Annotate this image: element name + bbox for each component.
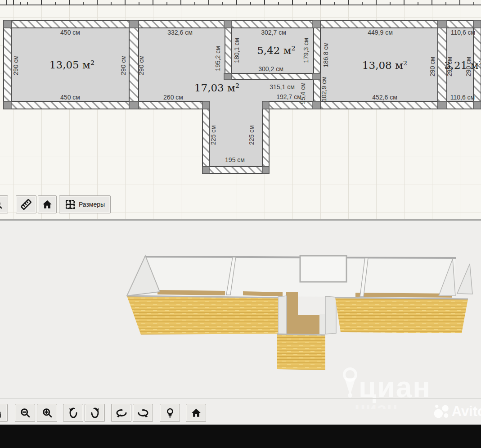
dim-label: 180,1 см	[233, 38, 240, 63]
orbit-right-button[interactable]	[133, 404, 153, 422]
dim-label: 300,2 см	[258, 65, 283, 72]
dim-label: 290 см	[429, 57, 436, 77]
dim-label: 110,6 см	[450, 94, 475, 101]
dim-label: 225 см	[248, 125, 255, 145]
dim-label: 290 см	[446, 57, 453, 77]
lightbulb-icon	[165, 407, 175, 418]
dim-label: 225 см	[210, 125, 217, 145]
dim-label: 315,1 см	[270, 83, 295, 91]
2d-plan-canvas[interactable]: 450 см 450 см 290 см 290 см 13,05 м² 332…	[0, 0, 481, 221]
home-view-3d-button[interactable]	[186, 404, 206, 422]
letterbox-bar	[0, 425, 481, 448]
dim-label: 452,6 см	[372, 94, 397, 101]
zoom-out-button[interactable]	[15, 404, 35, 422]
rotate-up-button[interactable]	[63, 404, 83, 422]
dim-label: 110,6 см	[451, 29, 476, 36]
home-icon	[191, 407, 202, 418]
rotate-down-button[interactable]	[85, 404, 105, 422]
dim-label: 332,6 см	[167, 29, 193, 36]
dim-label: 260 см	[163, 94, 183, 101]
dim-label: 195 см	[225, 156, 245, 163]
toolbar-separator-line	[0, 398, 481, 399]
dim-label: 290 см	[120, 55, 127, 75]
orbit-right-icon	[137, 407, 149, 419]
room-area-label: 3,21 м²	[444, 59, 481, 71]
pan-hand-icon	[0, 407, 3, 418]
walls	[4, 20, 481, 173]
orbit-left-icon	[116, 407, 127, 419]
zoom-in-icon	[41, 407, 53, 419]
room-area-label: 13,08 м²	[362, 59, 407, 71]
zoom-in-button[interactable]	[37, 404, 57, 422]
light-toggle-button[interactable]	[160, 404, 180, 422]
floor-plan-drawing: 450 см 450 см 290 см 290 см 13,05 м² 332…	[0, 0, 481, 221]
3d-view-canvas[interactable]	[0, 221, 481, 425]
room-5-labels: 110,6 см 290 см 290 см 3,21 м² 110,6 см	[444, 29, 481, 101]
orbit-left-button[interactable]	[111, 404, 131, 422]
dim-label: 290 см	[138, 55, 145, 75]
magnifier-icon	[0, 199, 3, 210]
room-4-labels: 449,9 см 186,8 см 102,9 см 13,08 м² 290 …	[320, 29, 436, 102]
room-area-label: 5,42 м²	[257, 45, 296, 56]
room-area-label: 17,03 м²	[194, 82, 239, 94]
home-view-2d-button[interactable]	[38, 195, 57, 213]
room-2-labels: 332,6 см 290 см 195,2 см 17,03 м² 260 см…	[138, 29, 306, 163]
dim-label: 95,4 см	[299, 82, 306, 104]
dim-label: 450 см	[60, 29, 80, 36]
room-3-labels: 302,7 см 180,1 см 179,3 см 5,42 м² 300,2…	[233, 29, 310, 72]
ruler-icon	[20, 198, 32, 211]
dim-label: 102,9 см	[320, 77, 328, 102]
dim-label: 192,7 см	[276, 93, 301, 100]
dimensions-button-label: Размеры	[79, 201, 105, 208]
dim-label: 179,3 см	[302, 38, 310, 63]
pan-tool-button[interactable]	[0, 404, 8, 422]
wall-junctions	[4, 20, 481, 173]
horizontal-ruler	[0, 0, 481, 5]
zoom-out-icon	[19, 407, 31, 419]
measure-tool-button[interactable]	[16, 195, 36, 213]
dim-label: 450 см	[60, 94, 80, 101]
dimensions-toggle-button[interactable]: Размеры	[59, 195, 111, 213]
zoom-tool-button[interactable]	[0, 195, 8, 213]
home-icon	[42, 199, 53, 210]
dim-label: 186,8 см	[322, 42, 329, 68]
dim-label: 290 см	[465, 57, 472, 77]
dim-label: 290 см	[12, 55, 19, 75]
rotate-down-icon	[89, 407, 101, 419]
floorplan-editor-window: 450 см 450 см 290 см 290 см 13,05 м² 332…	[0, 0, 481, 448]
dimensions-icon	[65, 199, 76, 210]
dim-label: 195,2 см	[214, 46, 221, 71]
rotate-up-icon	[67, 407, 79, 419]
ruler-minor-ticks	[0, 2, 481, 5]
room-area-label: 13,05 м²	[49, 59, 94, 71]
dim-label: 449,9 см	[368, 29, 393, 36]
room-interiors	[11, 28, 473, 167]
dim-label: 302,7 см	[261, 29, 286, 36]
room-1-labels: 450 см 450 см 290 см 290 см 13,05 м²	[12, 29, 127, 101]
